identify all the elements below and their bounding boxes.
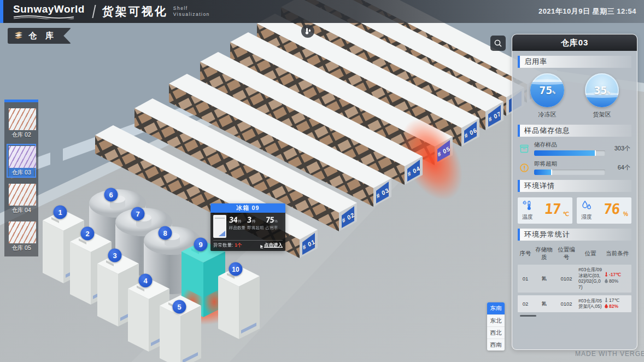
storage-progress-fill (534, 150, 596, 156)
table-scroll-indicator[interactable] (520, 315, 536, 317)
condition-humidity: 82% (609, 303, 618, 309)
app-subtitle: Shelf Visualization (173, 5, 210, 17)
fridge-badge-4[interactable]: 4 (139, 274, 153, 288)
tooltip-stat-expiring: 3件 即将超期 (247, 215, 264, 238)
anomaly-table-header: 序号 存储物质 位置编号 位置 当前条件 (518, 245, 631, 265)
warehouse-detail-panel: 仓库03 启用率 75% 冷冻区 35% 货架区 样品储存信息 (512, 34, 637, 350)
tooltip-body: 34件 样品数量 3件 即将超期 75% 占用率 异常数量: 1个 点击进入 (210, 213, 285, 251)
storage-row-expiring: 即将超期 64个 (519, 160, 630, 175)
sidebar-item-warehouse-05[interactable]: 仓库 05 (7, 219, 36, 253)
humidity-value: 76 (603, 202, 620, 216)
warehouse-03-label: 仓库 03 (9, 168, 34, 177)
gauge-shelf-zone: 35% 货架区 (585, 73, 619, 119)
fridge-09-tooltip: 冰箱 09 34件 样品数量 3件 即将超期 75% 占用率 (210, 203, 285, 251)
sidebar-item-warehouse-03[interactable]: 仓库 03 (7, 144, 36, 178)
anomaly-row-1[interactable]: 01 氮 0102 #03仓库/09冰箱/C(03,02)/02(G,07) -… (518, 265, 631, 293)
fridge-badge-3[interactable]: 3 (108, 249, 122, 262)
app-header: SunwayWorld 货架可视化 Shelf Visualization 20… (0, 0, 644, 23)
stat-unit: 件 (252, 219, 256, 223)
app-title: 货架可视化 (102, 4, 168, 19)
brand-logo: SunwayWorld (13, 4, 85, 19)
app-subtitle-line1: Shelf (173, 5, 188, 11)
stat-unit: % (274, 219, 278, 223)
search-button[interactable] (490, 36, 506, 51)
fridge-badge-9[interactable]: 9 (194, 238, 208, 252)
warehouse-sidebar: 仓库 02 仓库 03 仓库 04 仓库 05 (4, 100, 38, 256)
storage-progress-bar (534, 150, 605, 156)
section-environment: 环境详情 (518, 180, 631, 192)
stat-label: 占用率 (266, 225, 283, 231)
gauge-label: 冷冻区 (538, 110, 557, 119)
sidebar-scroll-indicator[interactable] (4, 100, 38, 102)
temperature-humidity-toggle[interactable] (301, 25, 314, 38)
warehouse-04-thumbnail (9, 184, 36, 206)
stat-label: 即将超期 (247, 225, 264, 231)
view-northeast[interactable]: 东北 (487, 314, 505, 326)
cell-no: 02 (519, 301, 532, 307)
stat-value: 34 (229, 215, 237, 224)
stat-label: 样品数量 (229, 225, 246, 231)
cell-code: 0102 (556, 301, 577, 307)
section-sample-storage: 样品储存信息 (518, 125, 631, 137)
gauge-value: 75 (539, 84, 552, 97)
cell-conditions: 17℃ 82% (604, 297, 630, 311)
view-southwest[interactable]: 西南 (487, 338, 505, 351)
cell-conditions: -17℃ 80% (604, 272, 630, 285)
search-icon (494, 39, 502, 48)
gauge-label: 货架区 (593, 110, 611, 119)
humidity-unit: % (623, 211, 628, 217)
tank-badge-6[interactable]: 6 (104, 188, 118, 202)
cell-substance: 氮 (534, 275, 554, 282)
condition-humidity: 80% (609, 278, 618, 284)
storage-value: 303个 (610, 144, 630, 153)
warning-icon (519, 163, 529, 173)
storage-row-samples: 储存样品 303个 (519, 141, 630, 156)
fridge-badge-2[interactable]: 2 (81, 227, 95, 241)
tooltip-stat-samples: 34件 样品数量 (229, 215, 246, 238)
tooltip-stat-occupancy: 75% 占用率 (266, 215, 283, 238)
sidebar-item-warehouse-02[interactable]: 仓库 02 (7, 106, 36, 140)
view-northwest[interactable]: 西北 (487, 326, 505, 338)
anomaly-row-2[interactable]: 02 氮 0102 #03仓库/05货架/(A,05) 17℃ 82% (518, 295, 631, 313)
view-southeast[interactable]: 东南 (487, 302, 505, 314)
temperature-unit: ℃ (563, 211, 569, 217)
storage-label: 即将超期 (534, 160, 605, 168)
gauge-circle: 75% (530, 73, 564, 107)
warehouse-02-label: 仓库 02 (9, 130, 34, 139)
enter-fridge-link[interactable]: 点击进入 (260, 242, 283, 249)
gauge-unit: % (552, 90, 555, 95)
section-usage-rate: 启用率 (518, 56, 631, 68)
tank-badge-7[interactable]: 7 (131, 207, 145, 221)
cell-substance: 氮 (534, 300, 554, 307)
anomaly-count-value: 1个 (235, 242, 242, 249)
anomaly-table: 序号 存储物质 位置编号 位置 当前条件 01 氮 0102 #03仓库/09冰… (518, 245, 631, 317)
warehouse-nav-tag[interactable]: 仓 库 (8, 28, 71, 44)
anomaly-count-label: 异常数量: (213, 242, 233, 249)
tooltip-title: 冰箱 09 (210, 203, 285, 213)
sidebar-item-warehouse-04[interactable]: 仓库 04 (7, 182, 36, 215)
warehouse-04-label: 仓库 04 (9, 206, 34, 214)
col-substance: 存储物质 (534, 246, 554, 261)
tank-badge-8[interactable]: 8 (159, 226, 172, 240)
col-code: 位置编号 (556, 246, 577, 261)
gauge-value: 35 (594, 84, 607, 97)
droplet-icon (604, 278, 608, 283)
section-anomaly-stats: 环境异常统计 (518, 229, 631, 241)
warehouse-nav-label: 仓 库 (28, 31, 57, 41)
cell-location: #03仓库/09冰箱/C(03,02)/02(G,07) (578, 267, 602, 290)
fridge-thumbnail-icon (213, 215, 226, 238)
humidity-icon (581, 200, 592, 211)
storage-box-icon (519, 144, 529, 154)
storage-progress-fill (534, 170, 552, 175)
stat-value: 3 (247, 215, 252, 224)
col-no: 序号 (519, 250, 532, 258)
env-card-temperature: 17 ℃ 温度 (518, 197, 572, 224)
warehouse-05-thumbnail (9, 221, 36, 243)
cell-code: 0102 (556, 276, 577, 282)
stat-value: 75 (265, 215, 274, 224)
droplet-icon (604, 303, 608, 308)
fridge-badge-5[interactable]: 5 (173, 300, 186, 314)
fridge-badge-10[interactable]: 10 (229, 262, 243, 276)
col-location: 位置 (578, 250, 602, 258)
fridge-badge-1[interactable]: 1 (54, 206, 67, 219)
